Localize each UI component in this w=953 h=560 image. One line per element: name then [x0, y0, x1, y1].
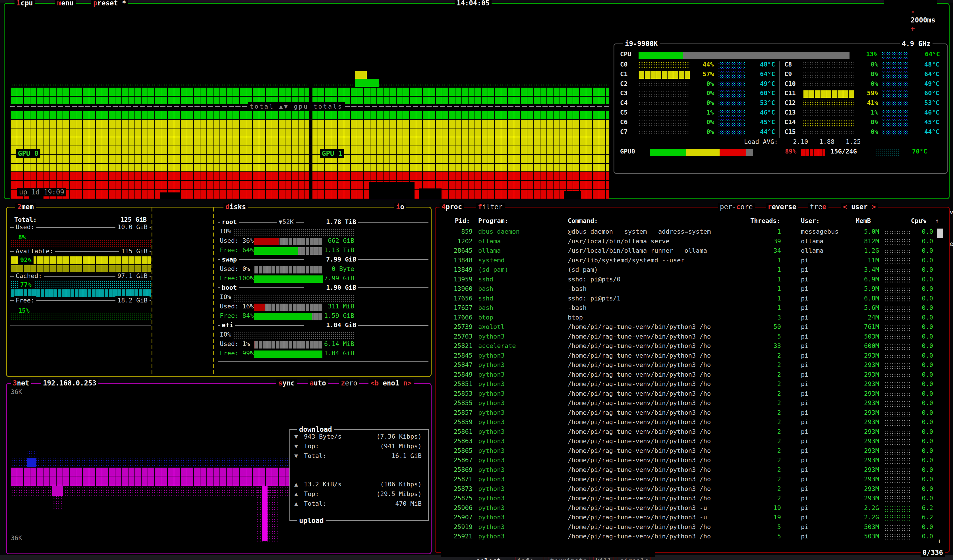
- net-interface-selector[interactable]: <b eno1 n>: [368, 379, 414, 388]
- process-pid: 25853: [441, 390, 472, 397]
- process-row[interactable]: 25857python3/home/pi/rag-tune-venv/bin/p…: [436, 409, 947, 419]
- cpu-graph-area: total ▲▼ gpu-totals GPU 0 GPU 1 up 1d 19…: [5, 4, 609, 199]
- core-usage-bar: [639, 90, 690, 98]
- process-row[interactable]: 25855python3/home/pi/rag-tune-venv/bin/p…: [436, 399, 947, 409]
- process-row[interactable]: 1202ollama/usr/local/bin/ollama serve39o…: [436, 237, 947, 247]
- process-row[interactable]: 25871python3/home/pi/rag-tune-venv/bin/p…: [436, 476, 947, 485]
- net-box: 3net 192.168.0.253 sync auto zero <b eno…: [6, 383, 431, 554]
- net-info-row: ▼Total:16.1 GiB: [290, 452, 426, 462]
- process-row[interactable]: 25875python3/home/pi/rag-tune-venv/bin/p…: [436, 495, 947, 504]
- process-row[interactable]: 17666btopbtop3pi24M0.0: [436, 314, 947, 324]
- mem-row-bar: [10, 313, 151, 321]
- net-zero-button[interactable]: zero: [339, 379, 359, 388]
- process-row[interactable]: 17656sshdsshd: pi@pts/11pi6.8M0.0: [436, 295, 947, 304]
- cpu-divider-label[interactable]: total ▲▼ gpu-totals: [248, 102, 345, 111]
- process-row[interactable]: 13849(sd-pam)(sd-pam)1pi3.4M0.0: [436, 266, 947, 276]
- process-row[interactable]: 13848systemd/usr/lib/systemd/systemd --u…: [436, 257, 947, 266]
- proc-sort-selector[interactable]: < user >: [841, 203, 878, 211]
- net-upload-solid-seg: [52, 486, 63, 496]
- process-row[interactable]: 25869python3/home/pi/rag-tune-venv/bin/p…: [436, 466, 947, 476]
- col-header-command[interactable]: Command:: [568, 217, 598, 224]
- mem-row-value: 10.0 GiB: [115, 223, 149, 231]
- net-info-row: ▲Top:(29.5 Mibps): [290, 490, 426, 500]
- col-header-cpu[interactable]: Cpu%: [911, 217, 926, 224]
- process-row[interactable]: 25873python3/home/pi/rag-tune-venv/bin/p…: [436, 485, 947, 495]
- process-program: accelerate: [478, 342, 563, 349]
- disk-io-row: IO%: [214, 293, 432, 303]
- proc-header-row: Pid: Program: Command: Threads: User: Me…: [436, 217, 947, 227]
- disk-used-row: Used: 36%662 GiB: [214, 237, 432, 247]
- process-row[interactable]: 25863python3/home/pi/rag-tune-venv/bin/p…: [436, 437, 947, 447]
- process-row[interactable]: 25849python3/home/pi/rag-tune-venv/bin/p…: [436, 371, 947, 381]
- col-header-user[interactable]: User:: [801, 217, 820, 224]
- red-band-notch: [564, 191, 581, 199]
- mem-row-value: 18.2 GiB: [115, 296, 149, 305]
- proc-percore-button[interactable]: per-core: [718, 203, 755, 211]
- col-header-threads[interactable]: Threads:: [750, 217, 781, 224]
- process-cpu: 0.0: [900, 523, 933, 531]
- core-pct: 57%: [687, 70, 714, 78]
- net-info-value: (29.5 Mibps): [376, 490, 422, 498]
- process-row[interactable]: 25821accelerate/home/pi/rag-tune-venv/bi…: [436, 342, 947, 352]
- process-pid: 1202: [441, 237, 472, 245]
- proc-tree-button[interactable]: tree: [808, 203, 829, 211]
- process-mem: 5.0M: [833, 228, 879, 235]
- core-temp: 48°C: [912, 61, 939, 68]
- process-row[interactable]: 28645ollama/usr/local/bin/ollama runner …: [436, 247, 947, 257]
- process-threads: 39: [724, 237, 781, 245]
- process-row[interactable]: 25919python3/home/pi/rag-tune-venv/bin/p…: [436, 523, 947, 533]
- proc-scrollbar[interactable]: [937, 228, 943, 238]
- col-header-mem[interactable]: MemB: [856, 217, 871, 224]
- process-row[interactable]: 17657bash-bash1pi5.6M0.0: [436, 304, 947, 314]
- sort-arrow-icon[interactable]: ↑: [935, 217, 939, 224]
- process-row[interactable]: 25859python3/home/pi/rag-tune-venv/bin/p…: [436, 419, 947, 428]
- process-threads: 34: [724, 247, 781, 254]
- process-threads: 1: [724, 266, 781, 273]
- core-temp-graph: [718, 119, 745, 127]
- disk-used-row: Used: 0%0 Byte: [214, 265, 432, 275]
- net-auto-button[interactable]: auto: [307, 379, 328, 388]
- process-row[interactable]: 25861python3/home/pi/rag-tune-venv/bin/p…: [436, 428, 947, 438]
- process-row[interactable]: 25851python3/home/pi/rag-tune-venv/bin/p…: [436, 380, 947, 390]
- proc-box: 4proc filter per-core reverse tree < use…: [435, 207, 950, 553]
- process-row[interactable]: 25865python3/home/pi/rag-tune-venv/bin/p…: [436, 447, 947, 457]
- process-pid: 13848: [441, 257, 472, 264]
- process-pid: 25863: [441, 437, 472, 445]
- process-row[interactable]: 859dbus-daemon@dbus-daemon --system --ad…: [436, 228, 947, 237]
- process-row[interactable]: 13960bash-bash1pi5.9M0.0: [436, 285, 947, 295]
- process-row[interactable]: 25739axolotl/home/pi/rag-tune-venv/bin/p…: [436, 323, 947, 333]
- process-row[interactable]: 25907python3/home/pi/rag-tune-venv/bin/p…: [436, 513, 947, 523]
- proc-footer-segments[interactable]: ↑ select ↓ ┘info ↵└┘terminate└┘kill└┘sig…: [468, 557, 653, 560]
- net-sync-button[interactable]: sync: [276, 379, 297, 388]
- core-row: C20%49°C: [615, 80, 779, 90]
- process-row[interactable]: 25921python3/home/pi/rag-tune-venv/bin/p…: [436, 533, 947, 542]
- col-header-pid[interactable]: Pid:: [455, 217, 470, 224]
- process-row[interactable]: 25867python3/home/pi/rag-tune-venv/bin/p…: [436, 456, 947, 466]
- proc-box-title[interactable]: 4proc: [439, 203, 464, 211]
- disk-divider: efi1.04 GiB: [214, 321, 432, 331]
- core-label: C15: [784, 128, 796, 135]
- interval-plus-button[interactable]: +: [911, 25, 915, 33]
- cpu-model-label: i9-9900K: [623, 39, 660, 48]
- col-header-program[interactable]: Program:: [478, 217, 508, 224]
- disk-io-label: IO%: [220, 293, 231, 301]
- process-mem: 293M: [833, 466, 879, 473]
- proc-reverse-button[interactable]: reverse: [766, 203, 798, 211]
- process-row[interactable]: 25845python3/home/pi/rag-tune-venv/bin/p…: [436, 352, 947, 361]
- process-mem: 503M: [833, 533, 879, 540]
- core-usage-bar: [803, 100, 854, 107]
- process-row[interactable]: 25906python3/home/pi/rag-tune-venv/bin/p…: [436, 504, 947, 514]
- process-pid: 25851: [441, 380, 472, 388]
- process-row[interactable]: 25847python3/home/pi/rag-tune-venv/bin/p…: [436, 361, 947, 371]
- proc-scroll-down-icon[interactable]: ↓: [937, 537, 941, 544]
- net-box-title[interactable]: 3net: [11, 379, 31, 388]
- process-row[interactable]: 25763python3/home/pi/rag-tune-venv/bin/p…: [436, 333, 947, 343]
- interval-minus-button[interactable]: -: [911, 8, 915, 16]
- core-temp: 45°C: [912, 118, 939, 126]
- process-row[interactable]: 25853python3/home/pi/rag-tune-venv/bin/p…: [436, 390, 947, 400]
- proc-filter-button[interactable]: filter: [476, 203, 504, 211]
- process-row[interactable]: 13959sshdsshd: pi@pts/01pi6.9M0.0: [436, 276, 947, 285]
- process-pid: 25847: [441, 361, 472, 368]
- disk-io-bar: [233, 228, 354, 236]
- disk-size: 1.04 GiB: [304, 321, 358, 329]
